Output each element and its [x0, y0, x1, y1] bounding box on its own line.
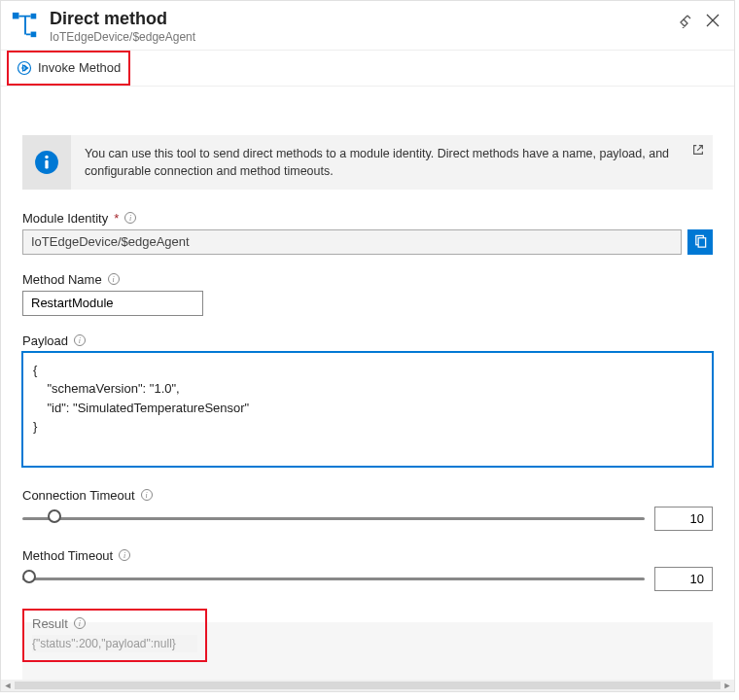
panel-header: Direct method IoTEdgeDevice/$edgeAgent [1, 1, 734, 50]
info-icon [22, 135, 71, 190]
method-timeout-label: Method Timeout [22, 548, 113, 563]
result-block: Result i {"status":200,"payload":null} [22, 609, 207, 662]
connection-timeout-value[interactable] [654, 507, 713, 531]
toolbar: Invoke Method [1, 50, 734, 87]
info-tooltip-icon[interactable]: i [74, 617, 86, 629]
info-tooltip-icon[interactable]: i [141, 489, 153, 501]
open-external-icon[interactable] [684, 135, 713, 190]
payload-row: Payload i [22, 333, 713, 471]
scroll-left-icon[interactable]: ◄ [1, 680, 15, 691]
payload-label: Payload [22, 333, 68, 348]
method-timeout-slider[interactable] [22, 568, 645, 589]
module-identity-input [22, 229, 682, 255]
invoke-method-button[interactable]: Invoke Method [7, 51, 130, 86]
slider-thumb[interactable] [22, 570, 36, 583]
info-tooltip-icon[interactable]: i [119, 549, 130, 561]
result-label: Result [32, 616, 68, 631]
slider-thumb[interactable] [48, 509, 61, 523]
connection-timeout-slider[interactable] [22, 508, 645, 529]
invoke-method-label: Invoke Method [38, 60, 121, 75]
method-timeout-value[interactable] [654, 567, 713, 591]
method-name-row: Method Name i [22, 272, 713, 316]
scroll-right-icon[interactable]: ► [721, 680, 734, 691]
method-name-label: Method Name [22, 272, 102, 287]
svg-rect-1 [31, 14, 37, 19]
svg-point-5 [45, 156, 48, 158]
content-area: You can use this tool to send direct met… [1, 87, 734, 691]
invoke-icon [17, 60, 32, 76]
info-tooltip-icon[interactable]: i [108, 273, 120, 285]
svg-rect-8 [698, 238, 706, 247]
info-tooltip-icon[interactable]: i [124, 212, 136, 224]
method-timeout-row: Method Timeout i [22, 548, 713, 591]
connection-timeout-row: Connection Timeout i [22, 488, 713, 531]
pin-icon[interactable] [678, 13, 693, 28]
required-asterisk: * [114, 211, 119, 226]
horizontal-scrollbar[interactable]: ◄ ► [1, 680, 734, 691]
info-banner: You can use this tool to send direct met… [22, 135, 713, 190]
page-subtitle: IoTEdgeDevice/$edgeAgent [50, 30, 678, 44]
page-title: Direct method [50, 9, 678, 30]
close-icon[interactable] [705, 13, 721, 28]
svg-rect-0 [13, 13, 19, 19]
direct-method-panel: Direct method IoTEdgeDevice/$edgeAgent I… [0, 0, 735, 692]
svg-rect-2 [31, 32, 37, 38]
copy-button[interactable] [687, 229, 713, 255]
method-name-input[interactable] [22, 291, 203, 316]
connection-timeout-label: Connection Timeout [22, 488, 135, 503]
info-tooltip-icon[interactable]: i [74, 334, 86, 346]
copy-icon [693, 234, 708, 249]
svg-rect-6 [45, 160, 48, 169]
result-output: {"status":200,"payload":null} [32, 635, 197, 652]
module-identity-label: Module Identity [22, 211, 108, 226]
payload-textarea[interactable] [22, 352, 713, 467]
direct-method-icon [11, 11, 40, 40]
module-identity-row: Module Identity * i [22, 211, 713, 255]
info-text: You can use this tool to send direct met… [71, 135, 684, 190]
